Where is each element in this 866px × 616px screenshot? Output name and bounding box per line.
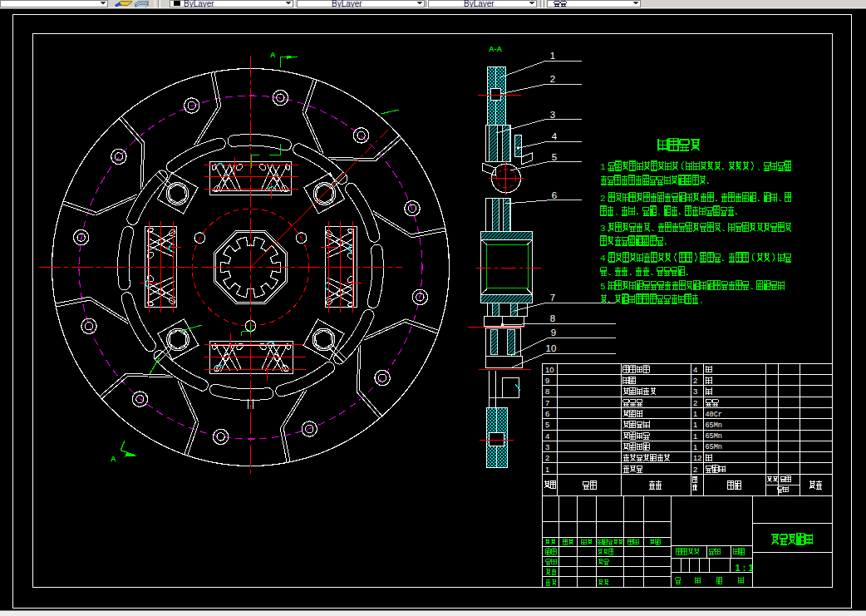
svg-text:6: 6 (552, 190, 557, 200)
svg-text:1: 1 (545, 465, 549, 474)
svg-text:5.: 5. (600, 282, 611, 292)
svg-text:1: 1 (693, 409, 697, 418)
svg-text:4: 4 (693, 365, 697, 374)
svg-text:4: 4 (545, 431, 549, 441)
svg-text:6: 6 (545, 409, 549, 418)
svg-text:7: 7 (545, 398, 549, 407)
svg-text:3: 3 (693, 387, 697, 396)
svg-text:65Mn: 65Mn (706, 421, 722, 430)
svg-text:4: 4 (552, 131, 558, 141)
svg-text:8: 8 (545, 387, 549, 396)
svg-text:1: 1 (693, 431, 697, 441)
svg-text:9: 9 (545, 376, 549, 385)
svg-text:1: 1 (550, 51, 555, 61)
svg-text:ByLayer: ByLayer (464, 0, 495, 8)
svg-text:3: 3 (545, 442, 549, 451)
svg-text:1: 1 (693, 420, 697, 429)
svg-text:1: 1 (693, 442, 697, 451)
svg-text:ByLayer: ByLayer (332, 0, 362, 8)
svg-text:65Mn: 65Mn (706, 432, 722, 441)
svg-text:40Cr: 40Cr (706, 411, 722, 419)
svg-text:2: 2 (545, 453, 549, 462)
svg-text:9: 9 (551, 328, 556, 338)
svg-text:A-A: A-A (489, 45, 502, 53)
svg-text:1 : 1: 1 : 1 (736, 563, 754, 573)
svg-text:10: 10 (546, 343, 557, 353)
svg-text:A: A (270, 51, 276, 59)
svg-text:2: 2 (693, 376, 697, 385)
svg-text:3: 3 (550, 110, 555, 120)
svg-text:8: 8 (550, 313, 555, 323)
svg-text:2: 2 (550, 74, 555, 84)
svg-text:5: 5 (545, 420, 549, 429)
svg-text:2: 2 (693, 398, 697, 407)
svg-text:10: 10 (545, 365, 554, 374)
svg-text:ByLayer: ByLayer (184, 0, 214, 8)
svg-text:2: 2 (693, 465, 697, 474)
svg-text:5: 5 (552, 152, 557, 162)
svg-text:7: 7 (550, 293, 555, 303)
svg-text:A: A (111, 455, 116, 463)
svg-text:65Mn: 65Mn (706, 443, 722, 451)
svg-text:12: 12 (693, 453, 702, 462)
svg-text:3.: 3. (600, 224, 611, 234)
